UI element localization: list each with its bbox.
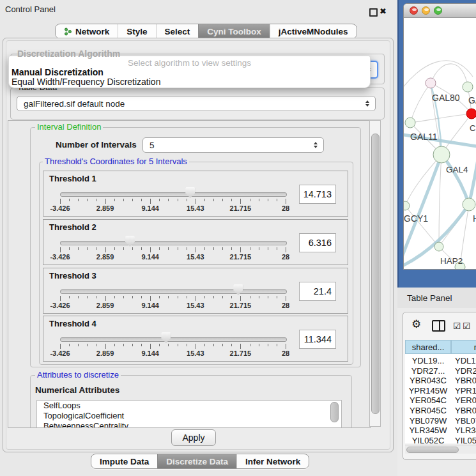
table-data-combobox[interactable]: galFiltered.sif default node bbox=[17, 96, 376, 111]
tab-impute-data[interactable]: Impute Data bbox=[91, 454, 157, 468]
threshold-label: Threshold 3 bbox=[49, 271, 96, 280]
table-row[interactable]: YER054CYER054C bbox=[405, 395, 476, 406]
combo-arrows-icon bbox=[314, 142, 318, 148]
cell-shared-name[interactable]: YDR27... bbox=[405, 366, 451, 376]
attribute-list-item[interactable]: BetweennessCentrality bbox=[37, 421, 341, 428]
cell-name[interactable]: YLR345W bbox=[455, 426, 476, 435]
cell-shared-name[interactable]: YBL079W bbox=[405, 416, 451, 426]
network-node[interactable] bbox=[463, 198, 475, 211]
attribute-list-item[interactable]: TopologicalCoefficient bbox=[37, 411, 341, 421]
network-node-label: GA bbox=[468, 95, 476, 105]
table-row[interactable]: YIL052CYIL052C bbox=[405, 436, 476, 443]
minimize-traffic-light[interactable] bbox=[422, 6, 430, 15]
tab-jactivemnodules[interactable]: jActiveMNodules bbox=[270, 24, 357, 38]
network-canvas[interactable]: GAL80GACGAL11GAL4GCY1HHAP2 bbox=[404, 18, 476, 269]
cell-shared-name[interactable]: YER054C bbox=[405, 395, 451, 405]
thresholds-group-label: Threshold's Coordinates for 5 Intervals bbox=[43, 157, 189, 166]
dropdown-option-manual[interactable]: Manual Discretization bbox=[11, 67, 368, 77]
settings-scrollbar[interactable] bbox=[369, 120, 381, 427]
table-row[interactable]: YBR043CYBR043C bbox=[405, 376, 476, 386]
network-node[interactable] bbox=[405, 118, 415, 128]
node-table[interactable]: shared... name YDL19...YDL19...YDR27...Y… bbox=[405, 340, 476, 443]
threshold-panel: Threshold 1-3.4262.8599.14415.4321.71528 bbox=[43, 171, 348, 217]
network-node[interactable] bbox=[404, 201, 410, 210]
close-traffic-light[interactable] bbox=[410, 6, 418, 15]
cell-name[interactable]: YPR145W bbox=[455, 386, 476, 395]
network-edge[interactable] bbox=[410, 114, 472, 123]
column-header-shared-name[interactable]: shared... bbox=[405, 340, 451, 354]
network-node[interactable] bbox=[426, 78, 436, 88]
network-graph: GAL80GACGAL11GAL4GCY1HHAP2 bbox=[404, 18, 476, 269]
tab-style[interactable]: Style bbox=[118, 24, 155, 38]
network-edge[interactable] bbox=[404, 61, 473, 93]
network-icon bbox=[64, 27, 72, 36]
cell-name[interactable]: YBR043C bbox=[455, 376, 476, 385]
cell-name[interactable]: YDR27... bbox=[455, 366, 476, 376]
network-edge[interactable] bbox=[405, 155, 441, 206]
table-row[interactable]: YLR345WYLR345W bbox=[405, 426, 476, 436]
num-intervals-combobox[interactable]: 5 bbox=[142, 137, 324, 153]
cell-name[interactable]: YBR045C bbox=[455, 406, 476, 415]
close-icon[interactable]: ✖ bbox=[380, 7, 387, 15]
cell-name[interactable]: YBL079W bbox=[455, 416, 476, 426]
table-row[interactable]: YDR27...YDR27... bbox=[405, 366, 476, 376]
table-row[interactable]: YPR145WYPR145W bbox=[405, 386, 476, 396]
cell-name[interactable]: YDL19... bbox=[455, 356, 476, 365]
network-edge[interactable] bbox=[469, 143, 476, 204]
network-node[interactable] bbox=[433, 146, 450, 163]
list-scrollbar-thumb[interactable] bbox=[330, 402, 339, 422]
slider-track[interactable] bbox=[60, 289, 287, 294]
cell-shared-name[interactable]: YDL19... bbox=[405, 356, 451, 365]
table-row[interactable]: YBL079WYBL079W bbox=[405, 416, 476, 426]
network-edge[interactable] bbox=[431, 64, 468, 87]
network-node[interactable] bbox=[434, 242, 443, 251]
threshold-value-input[interactable] bbox=[299, 185, 336, 204]
attribute-list-item[interactable]: SelfLoops bbox=[37, 401, 341, 411]
column-header-name[interactable]: name bbox=[451, 340, 476, 354]
network-window-titlebar[interactable] bbox=[404, 4, 476, 18]
tab-infer-network[interactable]: Infer Network bbox=[236, 454, 309, 468]
table-row[interactable]: YDL19...YDL19... bbox=[405, 356, 476, 366]
cell-shared-name[interactable]: YBR043C bbox=[405, 376, 451, 385]
split-columns-icon[interactable] bbox=[432, 320, 445, 332]
network-edge[interactable] bbox=[410, 83, 431, 123]
apply-button[interactable]: Apply bbox=[171, 429, 216, 446]
slider-track[interactable] bbox=[60, 337, 287, 342]
float-window-icon[interactable] bbox=[369, 8, 378, 17]
algorithm-dropdown-popup: Select algorithm to view settings Manual… bbox=[8, 56, 371, 88]
threshold-value-input[interactable] bbox=[299, 330, 336, 349]
threshold-value-input[interactable] bbox=[299, 282, 336, 301]
cell-shared-name[interactable]: YIL052C bbox=[405, 436, 451, 443]
tab-cyni-toolbox[interactable]: Cyni Toolbox bbox=[198, 24, 270, 38]
checkbox-icon[interactable]: ☑ bbox=[453, 321, 461, 330]
tab-discretize-data[interactable]: Discretize Data bbox=[157, 454, 236, 468]
panel-title: Control Panel bbox=[5, 4, 56, 14]
tab-select[interactable]: Select bbox=[156, 24, 199, 38]
cell-shared-name[interactable]: YBR045C bbox=[405, 406, 451, 415]
settings-scrollbar-thumb[interactable] bbox=[371, 134, 380, 414]
dropdown-option-equal-width[interactable]: Equal Width/Frequency Discretization bbox=[11, 77, 368, 87]
numerical-attributes-list[interactable]: SelfLoopsTopologicalCoefficientBetweenne… bbox=[36, 400, 342, 428]
network-view-window[interactable]: GAL80GACGAL11GAL4GCY1HHAP2 bbox=[403, 3, 476, 270]
network-edge[interactable] bbox=[405, 206, 439, 247]
table-row[interactable]: YBR045CYBR045C bbox=[405, 406, 476, 416]
threshold-value-input[interactable] bbox=[299, 233, 336, 252]
zoom-traffic-light[interactable] bbox=[434, 6, 442, 15]
gear-icon[interactable]: ⚙ bbox=[411, 319, 421, 330]
tab-network[interactable]: Network bbox=[56, 24, 118, 38]
cell-shared-name[interactable]: YPR145W bbox=[405, 386, 451, 395]
table-hscrollbar[interactable] bbox=[405, 445, 476, 454]
cell-name[interactable]: YIL052C bbox=[455, 436, 476, 443]
cell-name[interactable]: YER054C bbox=[455, 395, 476, 405]
network-node[interactable] bbox=[466, 109, 476, 119]
network-node-label: GAL4 bbox=[446, 165, 468, 174]
checkbox-icon[interactable]: ☑ bbox=[463, 321, 471, 330]
slider-track[interactable] bbox=[60, 241, 287, 245]
table-hscrollbar-thumb[interactable] bbox=[406, 447, 459, 453]
cell-shared-name[interactable]: YLR345W bbox=[405, 426, 451, 435]
network-node[interactable] bbox=[463, 82, 473, 92]
slider-track[interactable] bbox=[60, 192, 287, 197]
threshold-panel: Threshold 2-3.4262.8599.14415.4321.71528 bbox=[43, 219, 348, 265]
network-edge[interactable] bbox=[439, 155, 441, 247]
network-node-label: GCY1 bbox=[404, 213, 428, 224]
